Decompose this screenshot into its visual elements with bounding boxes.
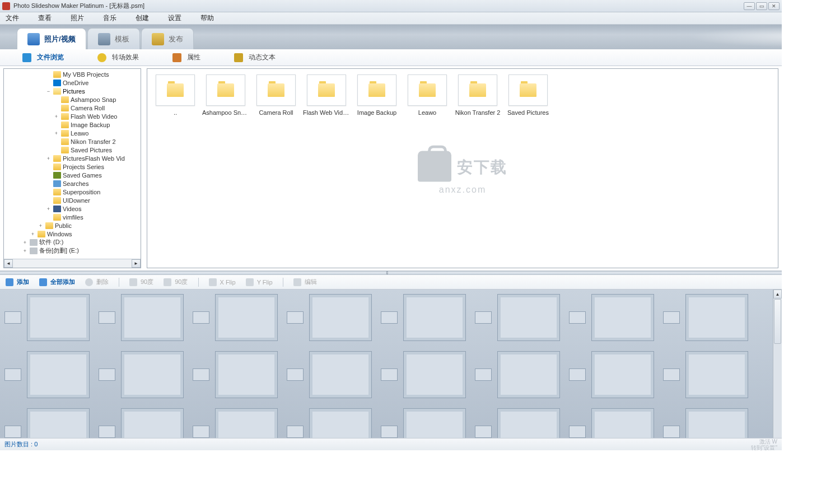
- timeline-cell[interactable]: [475, 351, 560, 398]
- tree-item[interactable]: Saved Games: [4, 171, 141, 179]
- transition-slot[interactable]: [4, 426, 21, 438]
- transition-slot[interactable]: [193, 311, 209, 324]
- photo-slot[interactable]: [685, 294, 748, 341]
- transition-slot[interactable]: [193, 426, 209, 438]
- tree-item[interactable]: Saved Pictures: [4, 146, 141, 154]
- folder-item[interactable]: Ashampoo Sna...: [203, 74, 248, 116]
- timeline-cell[interactable]: [99, 408, 184, 438]
- tree-item[interactable]: My VBB Projects: [4, 70, 141, 78]
- transition-slot[interactable]: [287, 368, 304, 381]
- transition-slot[interactable]: [475, 426, 492, 438]
- photo-slot[interactable]: [591, 351, 654, 398]
- expand-toggle[interactable]: +: [45, 156, 52, 161]
- transition-slot[interactable]: [99, 311, 115, 324]
- expand-toggle[interactable]: −: [45, 88, 52, 94]
- transition-slot[interactable]: [663, 311, 680, 324]
- folder-item[interactable]: Flash Web Vide...: [304, 74, 349, 116]
- photo-slot[interactable]: [121, 294, 184, 341]
- folder-item[interactable]: Saved Pictures: [506, 74, 550, 116]
- transition-slot[interactable]: [287, 311, 304, 324]
- tree-item[interactable]: vimfiles: [4, 213, 141, 221]
- expand-toggle[interactable]: +: [45, 206, 52, 212]
- horizontal-splitter[interactable]: ⇕: [0, 271, 782, 275]
- timeline-cell[interactable]: [663, 351, 748, 398]
- menu-settings[interactable]: 设置: [168, 13, 181, 23]
- timeline-cell[interactable]: [663, 294, 748, 341]
- menu-help[interactable]: 帮助: [200, 13, 214, 23]
- timeline-cell[interactable]: [4, 408, 90, 438]
- photo-slot[interactable]: [309, 351, 372, 398]
- subtab-attributes[interactable]: 属性: [172, 53, 200, 62]
- menu-view[interactable]: 查看: [38, 13, 52, 23]
- timeline-cell[interactable]: [99, 294, 184, 341]
- photo-slot[interactable]: [591, 408, 654, 438]
- timeline-cell[interactable]: [569, 351, 654, 398]
- tab-publish[interactable]: 发布: [141, 28, 194, 49]
- expand-toggle[interactable]: +: [53, 114, 59, 119]
- expand-toggle[interactable]: +: [38, 223, 44, 228]
- photo-slot[interactable]: [591, 294, 654, 341]
- timeline-cell[interactable]: [287, 294, 372, 341]
- folder-view[interactable]: ..Ashampoo Sna...Camera RollFlash Web Vi…: [147, 68, 778, 268]
- tree-item[interactable]: +PicturesFlash Web Vid: [4, 154, 141, 162]
- photo-slot[interactable]: [215, 351, 278, 398]
- rotate-right-button[interactable]: 90度: [164, 278, 188, 286]
- timeline-cell[interactable]: [381, 408, 466, 438]
- minimize-button[interactable]: —: [744, 2, 755, 10]
- scroll-up-button[interactable]: ▲: [773, 290, 782, 298]
- yflip-button[interactable]: Y Flip: [246, 278, 273, 286]
- menu-music[interactable]: 音乐: [103, 13, 116, 23]
- timeline[interactable]: ▲: [0, 290, 782, 438]
- add-all-button[interactable]: 全部添加: [39, 278, 75, 286]
- close-button[interactable]: ✕: [768, 2, 780, 10]
- transition-slot[interactable]: [4, 368, 21, 381]
- tree-item[interactable]: +备份[勿删] (E:): [4, 246, 141, 255]
- scroll-left-button[interactable]: ◄: [4, 259, 13, 268]
- timeline-v-scrollbar[interactable]: ▲: [773, 290, 782, 438]
- transition-slot[interactable]: [569, 368, 586, 381]
- tree-item[interactable]: +软件 (D:): [4, 238, 141, 246]
- expand-toggle[interactable]: +: [53, 130, 59, 136]
- photo-slot[interactable]: [497, 294, 560, 341]
- transition-slot[interactable]: [4, 311, 21, 324]
- subtab-dynamic-text[interactable]: 动态文本: [234, 53, 276, 62]
- folder-item[interactable]: Nikon Transfer 2: [455, 74, 500, 116]
- menu-create[interactable]: 创建: [136, 13, 149, 23]
- transition-slot[interactable]: [475, 311, 492, 324]
- xflip-button[interactable]: X Flip: [209, 278, 236, 286]
- tree-item[interactable]: Ashampoo Snap: [4, 95, 141, 104]
- timeline-cell[interactable]: [287, 408, 372, 438]
- transition-slot[interactable]: [663, 426, 680, 438]
- photo-slot[interactable]: [309, 294, 372, 341]
- transition-slot[interactable]: [569, 426, 586, 438]
- photo-slot[interactable]: [215, 408, 278, 438]
- tree-item[interactable]: Projects Series: [4, 162, 141, 171]
- photo-slot[interactable]: [309, 408, 372, 438]
- transition-slot[interactable]: [381, 426, 398, 438]
- tree-item[interactable]: Camera Roll: [4, 104, 141, 112]
- timeline-cell[interactable]: [475, 408, 560, 438]
- tree-h-scrollbar[interactable]: ◄ ►: [4, 259, 141, 268]
- photo-slot[interactable]: [27, 294, 90, 341]
- menu-file[interactable]: 文件: [6, 13, 19, 23]
- timeline-cell[interactable]: [193, 351, 278, 398]
- timeline-cell[interactable]: [569, 294, 654, 341]
- transition-slot[interactable]: [663, 368, 680, 381]
- photo-slot[interactable]: [121, 351, 184, 398]
- tree-item[interactable]: Superposition: [4, 188, 141, 196]
- tree-item[interactable]: UIDowner: [4, 196, 141, 204]
- timeline-cell[interactable]: [569, 408, 654, 438]
- timeline-cell[interactable]: [381, 294, 466, 341]
- timeline-cell[interactable]: [4, 294, 90, 341]
- add-button[interactable]: 添加: [6, 278, 29, 286]
- photo-slot[interactable]: [27, 408, 90, 438]
- timeline-cell[interactable]: [193, 408, 278, 438]
- subtab-browse[interactable]: 文件浏览: [22, 53, 64, 62]
- photo-slot[interactable]: [497, 351, 560, 398]
- timeline-cell[interactable]: [663, 408, 748, 438]
- transition-slot[interactable]: [569, 311, 586, 324]
- photo-slot[interactable]: [403, 294, 466, 341]
- scroll-right-button[interactable]: ►: [132, 259, 141, 268]
- tree-item[interactable]: OneDrive: [4, 78, 141, 87]
- maximize-button[interactable]: ▭: [756, 2, 767, 10]
